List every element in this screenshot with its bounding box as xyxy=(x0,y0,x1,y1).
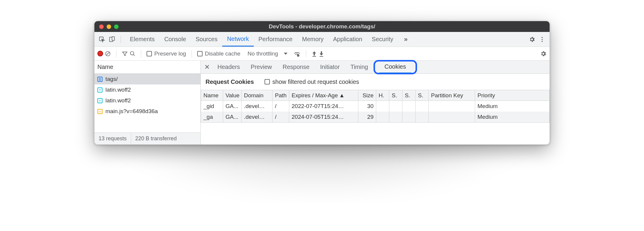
maximize-window-button[interactable] xyxy=(114,24,119,29)
cookie-col-header[interactable]: Name xyxy=(201,90,223,101)
file-type-icon: T xyxy=(97,98,102,103)
file-type-icon xyxy=(97,77,102,82)
network-conditions-icon[interactable] xyxy=(293,50,301,57)
preserve-log-checkbox[interactable]: Preserve log xyxy=(147,50,186,57)
cookie-cell-s3 xyxy=(416,101,429,112)
download-har-icon[interactable] xyxy=(319,51,324,57)
cookie-cell-name: _ga xyxy=(201,112,223,122)
detail-tab-headers[interactable]: Headers xyxy=(212,61,245,73)
svg-point-8 xyxy=(130,51,134,55)
filter-icon[interactable] xyxy=(122,51,128,57)
cookie-cell-s3 xyxy=(416,112,429,122)
svg-text:T: T xyxy=(99,99,101,102)
cookie-cell-s2 xyxy=(402,101,416,112)
cookie-cell-path: / xyxy=(273,101,289,112)
cookie-col-header[interactable]: Path xyxy=(273,90,289,101)
network-settings-icon[interactable] xyxy=(540,50,547,57)
preserve-log-label: Preserve log xyxy=(154,50,186,57)
cookie-col-header[interactable]: Value xyxy=(223,90,242,101)
cookie-cell-s2 xyxy=(402,112,416,122)
network-toolbar: Preserve log Disable cache No throttling xyxy=(94,47,550,61)
detail-tab-response[interactable]: Response xyxy=(277,61,315,73)
tab-sources[interactable]: Sources xyxy=(191,32,222,47)
detail-tab-cookies[interactable]: Cookies xyxy=(374,60,417,74)
record-button[interactable] xyxy=(97,51,103,56)
cookie-cell-s1 xyxy=(389,112,402,122)
cookie-cell-priority: Medium xyxy=(475,112,549,122)
svg-point-11 xyxy=(298,55,298,56)
kebab-menu-icon[interactable] xyxy=(538,35,547,44)
request-detail-tabs: ✕ HeadersPreviewResponseInitiatorTimingC… xyxy=(201,61,550,74)
tab-memory[interactable]: Memory xyxy=(297,32,328,47)
detail-tab-preview[interactable]: Preview xyxy=(245,61,277,73)
cookie-cell-path: / xyxy=(273,112,289,122)
request-name: latin.woff2 xyxy=(105,87,131,93)
cookie-col-header[interactable]: S. xyxy=(389,90,402,101)
name-column-header[interactable]: Name xyxy=(94,61,200,74)
devtools-top-toolbar: ElementsConsoleSourcesNetworkPerformance… xyxy=(94,32,550,47)
cookie-cell-h xyxy=(376,112,389,122)
detail-tab-initiator[interactable]: Initiator xyxy=(315,61,345,73)
detail-tab-timing[interactable]: Timing xyxy=(345,61,373,73)
request-row[interactable]: Tlatin.woff2 xyxy=(94,84,200,95)
request-row[interactable]: <>main.js?v=6498d36a xyxy=(94,106,200,117)
clear-icon[interactable] xyxy=(105,51,111,57)
cookie-cell-domain: .devel… xyxy=(242,112,273,122)
show-filtered-cookies-checkbox[interactable]: show filtered out request cookies xyxy=(265,78,359,85)
disable-cache-label: Disable cache xyxy=(205,50,240,57)
cookie-cell-value: GA... xyxy=(223,101,242,112)
svg-point-5 xyxy=(542,41,543,42)
request-name: latin.woff2 xyxy=(105,97,131,104)
cookie-cell-s1 xyxy=(389,101,402,112)
cookie-cell-priority: Medium xyxy=(475,101,549,112)
tab-security[interactable]: Security xyxy=(367,32,398,47)
request-row[interactable]: Tlatin.woff2 xyxy=(94,95,200,106)
svg-text:<>: <> xyxy=(99,110,101,113)
window-title: DevTools - developer.chrome.com/tags/ xyxy=(94,23,550,30)
disable-cache-checkbox[interactable]: Disable cache xyxy=(197,50,240,57)
request-name: main.js?v=6498d36a xyxy=(105,108,158,115)
transferred-size: 220 B transferred xyxy=(131,133,181,144)
tab-application[interactable]: Application xyxy=(328,32,367,47)
cookie-row[interactable]: _gidGA....devel…/2022-07-07T15:24…30Medi… xyxy=(201,101,549,112)
cookie-cell-h xyxy=(376,101,389,112)
cookie-col-header[interactable]: Expires / Max-Age▲ xyxy=(289,90,358,101)
cookie-col-header[interactable]: S. xyxy=(416,90,429,101)
cookie-col-header[interactable]: Partition Key xyxy=(429,90,475,101)
svg-rect-2 xyxy=(112,36,114,40)
cookie-row[interactable]: _gaGA....devel…/2024-07-05T15:24…29Mediu… xyxy=(201,112,549,122)
sort-asc-icon: ▲ xyxy=(339,92,345,99)
search-icon[interactable] xyxy=(130,51,136,57)
tab-elements[interactable]: Elements xyxy=(125,32,159,47)
cookie-cell-name: _gid xyxy=(201,101,223,112)
settings-icon[interactable] xyxy=(528,35,536,44)
request-count: 13 requests xyxy=(94,133,131,144)
svg-point-4 xyxy=(542,39,543,40)
cookie-col-header[interactable]: H. xyxy=(376,90,389,101)
tab-network[interactable]: Network xyxy=(222,32,253,47)
cookie-cell-value: GA... xyxy=(223,112,242,122)
svg-rect-12 xyxy=(312,56,316,57)
cookie-cell-pk xyxy=(429,112,475,122)
upload-har-icon[interactable] xyxy=(312,51,317,57)
more-tabs-button[interactable]: » xyxy=(399,32,410,47)
svg-point-3 xyxy=(542,37,543,38)
network-status-bar: 13 requests 220 B transferred xyxy=(94,133,200,144)
throttling-select[interactable]: No throttling xyxy=(248,50,287,57)
device-toolbar-icon[interactable] xyxy=(108,35,116,44)
close-window-button[interactable] xyxy=(99,24,104,29)
cookie-col-header[interactable]: Size xyxy=(358,90,376,101)
inspect-element-icon[interactable] xyxy=(97,35,106,44)
request-row[interactable]: tags/ xyxy=(94,74,200,84)
close-detail-icon[interactable]: ✕ xyxy=(202,63,212,71)
cookie-col-header[interactable]: Domain xyxy=(242,90,273,101)
cookie-col-header[interactable]: S. xyxy=(402,90,416,101)
tab-console[interactable]: Console xyxy=(159,32,191,47)
chevron-down-icon xyxy=(284,52,287,56)
cookie-cell-expires: 2022-07-07T15:24… xyxy=(289,101,358,112)
file-type-icon: T xyxy=(97,87,102,93)
cookie-col-header[interactable]: Priority xyxy=(475,90,549,101)
cookie-cell-pk xyxy=(429,101,475,112)
minimize-window-button[interactable] xyxy=(107,24,111,29)
tab-performance[interactable]: Performance xyxy=(254,32,298,47)
